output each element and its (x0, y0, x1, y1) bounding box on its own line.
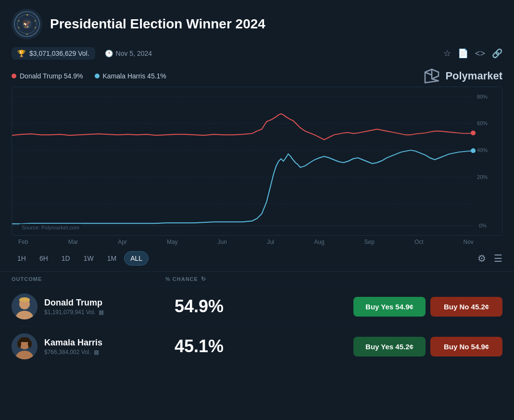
harris-vol: $766,384,002 Vol. ▦ (44, 349, 102, 356)
outcome-col-header: OUTCOME (12, 276, 165, 282)
chart-container: 80% 60% 40% 20% 0% Source: Polymarket.co… (12, 87, 502, 236)
trump-candidate-info: Donald Trump $1,191,079,941 Vol. ▦ (12, 293, 165, 319)
trump-avatar (12, 293, 38, 319)
chart-settings: ⚙ ☰ (477, 253, 502, 264)
svg-text:★: ★ (26, 13, 28, 16)
page-title: Presidential Election Winner 2024 (50, 16, 502, 32)
x-label-feb: Feb (18, 239, 28, 245)
trump-vol: $1,191,079,941 Vol. ▦ (44, 309, 104, 316)
harris-buy-no-button[interactable]: Buy No 54.9¢ (430, 337, 502, 356)
svg-point-36 (17, 340, 21, 348)
date-badge: 🕐 Nov 5, 2024 (105, 50, 152, 57)
refresh-icon[interactable]: ↻ (201, 276, 206, 282)
trump-buy-yes-button[interactable]: Buy Yes 54.9¢ (353, 297, 426, 317)
x-label-jul: Jul (267, 239, 274, 245)
chance-col-header: % CHANCE ↻ (165, 276, 502, 282)
harris-name: Kamala Harris (44, 338, 102, 348)
svg-point-25 (471, 148, 476, 153)
trump-chance: 54.9% (165, 296, 233, 317)
trump-vol-text: $1,191,079,941 Vol. (44, 309, 96, 316)
outcome-label: OUTCOME (12, 276, 42, 282)
x-label-apr: Apr (118, 239, 127, 245)
time-1h[interactable]: 1H (12, 252, 32, 265)
x-label-mar: Mar (68, 239, 78, 245)
subheader-left: 🏆 $3,071,036,629 Vol. 🕐 Nov 5, 2024 (12, 47, 152, 60)
polymarket-logo: Polymarket (423, 67, 502, 85)
trump-dot (12, 74, 16, 78)
svg-text:40%: 40% (477, 147, 488, 153)
time-button-group: 1H 6H 1D 1W 1M ALL (12, 251, 149, 266)
chart-wrapper: 80% 60% 40% 20% 0% Source: Polymarket.co… (0, 87, 514, 245)
code-icon[interactable]: <> (475, 49, 485, 59)
x-label-oct: Oct (414, 239, 424, 245)
svg-point-37 (28, 340, 32, 348)
svg-text:20%: 20% (477, 174, 488, 180)
time-6h[interactable]: 6H (34, 252, 54, 265)
legend-items: Donald Trump 54.9% Kamala Harris 45.1% (12, 72, 166, 80)
harris-buy-yes-button[interactable]: Buy Yes 45.2¢ (353, 337, 426, 356)
harris-candidate-info: Kamala Harris $766,384,002 Vol. ▦ (12, 333, 165, 359)
chart-svg: 80% 60% 40% 20% 0% (12, 87, 502, 235)
x-axis: Feb Mar Apr May Jun Jul Aug Sep Oct Nov (12, 236, 502, 245)
svg-rect-35 (19, 339, 30, 342)
legend-trump: Donald Trump 54.9% (12, 72, 83, 80)
harris-avatar (12, 333, 38, 359)
time-1d[interactable]: 1D (56, 252, 76, 265)
link-icon[interactable]: 🔗 (492, 48, 502, 59)
polymarket-label: Polymarket (445, 70, 502, 82)
header: 🦅 ★ ★ ★ ★ ★ ★ Presidential Election Winn… (0, 0, 514, 45)
star-icon[interactable]: ☆ (443, 48, 451, 59)
trophy-icon: 🏆 (17, 50, 25, 57)
svg-text:60%: 60% (477, 121, 488, 127)
trump-details: Donald Trump $1,191,079,941 Vol. ▦ (44, 298, 104, 316)
legend-harris: Kamala Harris 45.1% (95, 72, 166, 80)
main-container: 🦅 ★ ★ ★ ★ ★ ★ Presidential Election Winn… (0, 0, 514, 420)
time-1m[interactable]: 1M (101, 252, 122, 265)
harris-legend-label: Kamala Harris 45.1% (103, 72, 166, 80)
trump-name: Donald Trump (44, 298, 104, 308)
trump-bar-icon: ▦ (99, 309, 104, 316)
x-label-nov: Nov (464, 239, 474, 245)
presidential-seal: 🦅 ★ ★ ★ ★ ★ ★ (12, 9, 42, 39)
svg-line-11 (425, 72, 432, 75)
date-text: Nov 5, 2024 (116, 50, 152, 57)
volume-text: $3,071,036,629 Vol. (29, 50, 89, 57)
time-1w[interactable]: 1W (78, 252, 100, 265)
svg-point-24 (471, 130, 476, 135)
subheader: 🏆 $3,071,036,629 Vol. 🕐 Nov 5, 2024 ☆ 📄 … (0, 45, 514, 64)
x-label-jun: Jun (218, 239, 227, 245)
x-label-sep: Sep (364, 239, 375, 245)
harris-details: Kamala Harris $766,384,002 Vol. ▦ (44, 338, 102, 356)
harris-bar-icon: ▦ (94, 349, 99, 356)
polymarket-icon (423, 67, 440, 85)
harris-vol-text: $766,384,002 Vol. (44, 349, 91, 356)
trump-buy-no-button[interactable]: Buy No 45.2¢ (430, 297, 502, 317)
svg-text:80%: 80% (477, 94, 488, 100)
chart-legend: Donald Trump 54.9% Kamala Harris 45.1% P… (0, 64, 514, 87)
source-label: Source: Polymarket.com (19, 224, 82, 231)
trump-outcome-row: Donald Trump $1,191,079,941 Vol. ▦ 54.9%… (0, 286, 514, 326)
trump-buy-buttons: Buy Yes 54.9¢ Buy No 45.2¢ (233, 297, 502, 317)
svg-text:🦅: 🦅 (22, 19, 32, 28)
harris-dot (95, 74, 100, 78)
action-icons: ☆ 📄 <> 🔗 (443, 48, 502, 59)
time-all[interactable]: ALL (124, 251, 149, 266)
harris-buy-buttons: Buy Yes 45.2¢ Buy No 54.9¢ (233, 337, 502, 356)
filter-icon[interactable]: ⚙ (477, 253, 486, 264)
time-controls: 1H 6H 1D 1W 1M ALL ⚙ ☰ (0, 245, 514, 271)
settings-icon[interactable]: ☰ (494, 253, 502, 264)
outcome-header-row: OUTCOME % CHANCE ↻ (0, 271, 514, 286)
volume-badge: 🏆 $3,071,036,629 Vol. (12, 47, 95, 60)
chance-label: % CHANCE (165, 276, 198, 282)
svg-rect-30 (19, 299, 30, 302)
x-label-may: May (167, 239, 178, 245)
svg-text:0%: 0% (479, 223, 487, 229)
x-label-aug: Aug (314, 239, 324, 245)
document-icon[interactable]: 📄 (458, 48, 468, 59)
clock-icon: 🕐 (105, 50, 113, 57)
harris-chance: 45.1% (165, 336, 233, 356)
trump-legend-label: Donald Trump 54.9% (20, 72, 83, 80)
harris-outcome-row: Kamala Harris $766,384,002 Vol. ▦ 45.1% … (0, 326, 514, 366)
